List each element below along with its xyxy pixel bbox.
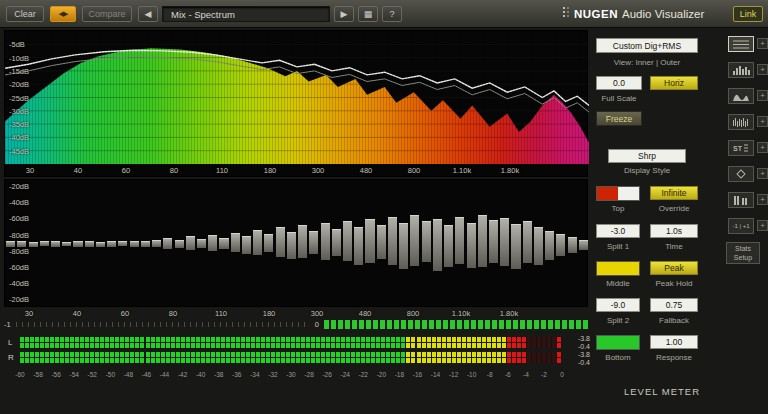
peak-button[interactable]: Peak	[650, 261, 698, 275]
full-scale-label: Full Scale	[596, 94, 642, 103]
split2-label: Split 2	[596, 316, 640, 325]
display-style-label: Display Style	[596, 166, 698, 175]
freeze-button[interactable]: Freeze	[596, 111, 642, 126]
correlation-view-button[interactable]: -1 | +1	[728, 218, 754, 234]
time-input[interactable]: 1.0s	[650, 224, 698, 238]
middle-color-swatch[interactable]	[596, 261, 640, 276]
level-meter-view-add-button[interactable]: +	[757, 194, 768, 205]
override-label: Override	[650, 204, 698, 213]
fallback-label: Fallback	[650, 316, 698, 325]
meter-mode-select[interactable]: Custom Dig+RMS	[596, 38, 698, 53]
top-color-swatch[interactable]	[596, 186, 640, 201]
stereo-spectrum-view-button[interactable]: ST	[728, 140, 754, 156]
infinite-button[interactable]: Infinite	[650, 186, 698, 200]
control-panel: Custom Dig+RMS View: Inner | Outer 0.0 H…	[0, 0, 768, 414]
level-meter-title: LEVEL METER	[592, 386, 732, 397]
split2-input[interactable]: -9.0	[596, 298, 640, 312]
full-scale-input[interactable]: 0.0	[596, 76, 642, 90]
vectorscope-view-add-button[interactable]: +	[757, 168, 768, 179]
split1-input[interactable]: -3.0	[596, 224, 640, 238]
spectrogram-view-add-button[interactable]: +	[757, 90, 768, 101]
horiz-button[interactable]: Horiz	[650, 76, 698, 90]
peak-hold-label: Peak Hold	[650, 279, 698, 288]
view-caption: View: Inner | Outer	[592, 58, 702, 67]
stats-setup-button[interactable]: Stats Setup	[726, 242, 760, 264]
display-style-select[interactable]: Shrp	[608, 149, 686, 163]
histogram-view-add-button[interactable]: +	[757, 64, 768, 75]
level-meter-view-button[interactable]	[728, 192, 754, 208]
fallback-input[interactable]: 0.75	[650, 298, 698, 312]
top-label: Top	[596, 204, 640, 213]
visualizer-window: Clear ◀▶ Compare ◀ Mix - Spectrum ▶ ▦ ? …	[0, 0, 768, 414]
stereo-spectrum-view-add-button[interactable]: +	[757, 142, 768, 153]
response-label: Response	[650, 353, 698, 362]
waveform-view-add-button[interactable]: +	[757, 116, 768, 127]
spectrum-view-add-button[interactable]: +	[757, 38, 768, 49]
response-input[interactable]: 1.00	[650, 335, 698, 349]
bottom-label: Bottom	[596, 353, 640, 362]
spectrum-view-button[interactable]	[728, 36, 754, 52]
histogram-view-button[interactable]	[728, 62, 754, 78]
middle-label: Middle	[596, 279, 640, 288]
correlation-view-add-button[interactable]: +	[757, 220, 768, 231]
vectorscope-view-button[interactable]	[728, 166, 754, 182]
waveform-view-button[interactable]	[728, 114, 754, 130]
time-label: Time	[650, 242, 698, 251]
bottom-color-swatch[interactable]	[596, 335, 640, 350]
split1-label: Split 1	[596, 242, 640, 251]
spectrogram-view-button[interactable]	[728, 88, 754, 104]
